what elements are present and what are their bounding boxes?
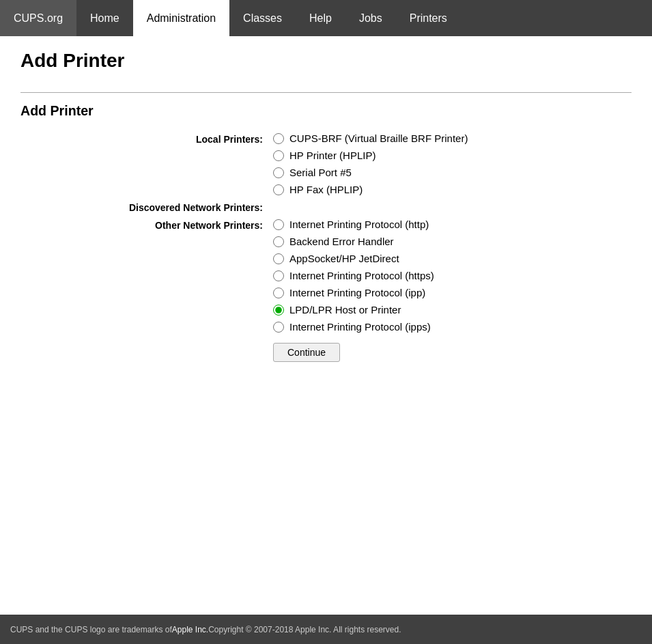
nav-printers[interactable]: Printers <box>396 0 461 36</box>
network-printer-label-2[interactable]: Backend Error Handler <box>289 236 394 247</box>
other-network-label: Other Network Printers: <box>20 219 273 231</box>
nav-classes[interactable]: Classes <box>229 0 296 36</box>
local-printer-radio-2[interactable] <box>273 150 284 161</box>
network-printer-radio-4[interactable] <box>273 270 284 281</box>
network-printer-radio-6[interactable] <box>273 305 284 316</box>
local-printers-label: Local Printers: <box>20 132 273 145</box>
other-network-printers-row: Other Network Printers: Internet Printin… <box>20 219 632 333</box>
network-printer-radio-5[interactable] <box>273 288 284 298</box>
footer-text-after: Copyright © 2007-2018 Apple Inc. All rig… <box>208 625 401 634</box>
network-printer-label-5[interactable]: Internet Printing Protocol (ipp) <box>289 287 425 298</box>
discovered-printers-label: Discovered Network Printers: <box>20 201 273 213</box>
footer-apple-link[interactable]: Apple Inc. <box>172 625 208 634</box>
network-printer-option-1[interactable]: Internet Printing Protocol (http) <box>273 219 434 230</box>
local-printer-option-4[interactable]: HP Fax (HPLIP) <box>273 184 468 195</box>
network-printer-radio-3[interactable] <box>273 253 284 264</box>
footer-text-before: CUPS and the CUPS logo are trademarks of <box>10 625 172 634</box>
page-title: Add Printer <box>20 50 632 72</box>
network-printer-label-4[interactable]: Internet Printing Protocol (https) <box>289 270 434 281</box>
local-printer-label-4[interactable]: HP Fax (HPLIP) <box>289 184 363 195</box>
network-printer-radio-2[interactable] <box>273 236 284 247</box>
network-printer-label-7[interactable]: Internet Printing Protocol (ipps) <box>289 321 431 333</box>
local-printer-option-3[interactable]: Serial Port #5 <box>273 167 468 178</box>
network-printer-option-7[interactable]: Internet Printing Protocol (ipps) <box>273 321 434 333</box>
continue-row: Continue <box>20 343 632 362</box>
network-printer-radio-7[interactable] <box>273 322 284 333</box>
main-navigation: CUPS.org Home Administration Classes Hel… <box>0 0 652 36</box>
nav-home[interactable]: Home <box>76 0 133 36</box>
nav-administration[interactable]: Administration <box>133 0 229 36</box>
continue-button[interactable]: Continue <box>273 343 340 362</box>
local-printers-options: CUPS-BRF (Virtual Braille BRF Printer) H… <box>273 132 468 195</box>
other-network-options: Internet Printing Protocol (http) Backen… <box>273 219 434 333</box>
network-printer-option-4[interactable]: Internet Printing Protocol (https) <box>273 270 434 281</box>
network-printer-option-6[interactable]: LPD/LPR Host or Printer <box>273 304 434 316</box>
local-printer-option-1[interactable]: CUPS-BRF (Virtual Braille BRF Printer) <box>273 132 468 144</box>
nav-cups[interactable]: CUPS.org <box>0 0 76 36</box>
nav-jobs[interactable]: Jobs <box>345 0 396 36</box>
network-printer-option-3[interactable]: AppSocket/HP JetDirect <box>273 253 434 264</box>
discovered-printers-row: Discovered Network Printers: <box>20 201 632 213</box>
local-printer-label-2[interactable]: HP Printer (HPLIP) <box>289 150 375 161</box>
network-printer-radio-1[interactable] <box>273 219 284 230</box>
add-printer-section: Add Printer Local Printers: CUPS-BRF (Vi… <box>20 92 632 362</box>
network-printer-option-5[interactable]: Internet Printing Protocol (ipp) <box>273 287 434 298</box>
local-printer-radio-1[interactable] <box>273 133 284 144</box>
local-printer-label-3[interactable]: Serial Port #5 <box>289 167 352 178</box>
network-printer-option-2[interactable]: Backend Error Handler <box>273 236 434 247</box>
continue-spacer <box>20 343 273 362</box>
section-title: Add Printer <box>20 103 632 119</box>
local-printer-option-2[interactable]: HP Printer (HPLIP) <box>273 150 468 161</box>
network-printer-label-3[interactable]: AppSocket/HP JetDirect <box>289 253 399 264</box>
local-printers-row: Local Printers: CUPS-BRF (Virtual Braill… <box>20 132 632 195</box>
network-printer-label-6[interactable]: LPD/LPR Host or Printer <box>289 304 401 316</box>
local-printer-radio-4[interactable] <box>273 184 284 195</box>
local-printer-radio-3[interactable] <box>273 167 284 178</box>
main-content: Add Printer Add Printer Local Printers: … <box>0 36 652 389</box>
footer: CUPS and the CUPS logo are trademarks of… <box>0 615 652 644</box>
network-printer-label-1[interactable]: Internet Printing Protocol (http) <box>289 219 429 230</box>
nav-help[interactable]: Help <box>296 0 345 36</box>
local-printer-label-1[interactable]: CUPS-BRF (Virtual Braille BRF Printer) <box>289 132 468 144</box>
